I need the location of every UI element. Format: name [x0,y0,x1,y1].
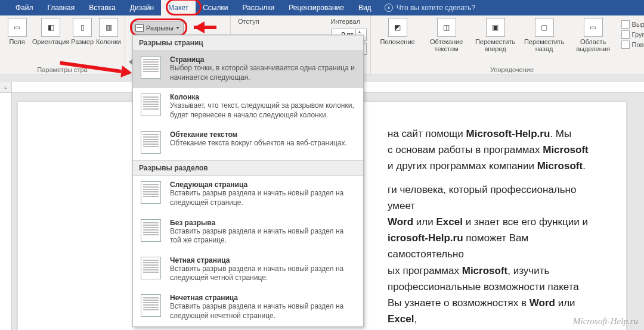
orientation-icon: ◧ [41,18,60,37]
section-breaks-section: Разрывы разделов [133,160,363,176]
nextpage-break-icon [140,180,162,204]
break-continuous-title: Без разрыва [170,219,356,227]
indent-group: Отступ [238,18,259,26]
evenpage-break-icon [140,256,162,280]
spacing-label: Интервал [331,18,367,25]
bring-forward-icon: ▣ [486,18,505,37]
pointer-icon [129,59,132,65]
watermark: Microsoft-Help.ru [573,316,638,326]
selection-icon: ▭ [584,18,603,37]
oddpage-break-icon [140,294,162,317]
group-button[interactable]: Груп [621,30,644,39]
break-odd-item[interactable]: Нечетная страница Вставить разрыв раздел… [133,289,363,326]
send-backward-label: Переместить назад [521,38,568,52]
selection-pane-button[interactable]: ▭ Область выделения [570,18,617,52]
bring-forward-label: Переместить вперед [472,38,519,52]
send-backward-icon: ▢ [535,18,554,37]
rotate-icon [621,41,630,49]
size-icon: ▯ [73,18,92,37]
orientation-button[interactable]: ◧ Ориентация [33,18,69,45]
breaks-split-button[interactable]: Разрывы [132,21,184,35]
tab-references[interactable]: Ссылки [196,0,235,15]
break-page-desc: Выбор точки, в которой заканчивается одн… [170,64,356,82]
page-break-icon [140,55,162,79]
position-button[interactable]: ◩ Положение [374,18,421,45]
break-nextpage-item[interactable]: Следующая страница Вставить разрыв разде… [133,176,363,213]
page-icon: ▭ [8,18,27,37]
break-column-title: Колонка [170,93,356,101]
break-continuous-item[interactable]: Без разрыва Вставить разрыв раздела и на… [133,214,363,251]
tab-design[interactable]: Дизайн [123,0,161,15]
textwrap-break-icon [140,130,162,154]
break-nextpage-desc: Вставить разрыв раздела и начать новый р… [170,189,356,207]
tab-review[interactable]: Рецензирование [281,0,351,15]
margins-label: Поля [10,38,25,45]
rotate-button[interactable]: Пове [621,41,644,49]
wrap-text-label: Обтекание текстом [423,38,470,52]
break-textwrap-title: Обтекание текстом [170,130,347,139]
break-page-item[interactable]: Страница Выбор точки, в которой заканчив… [133,51,363,88]
break-even-title: Четная страница [170,256,356,264]
size-label: Размер [71,38,94,45]
chevron-down-icon [176,27,179,29]
breaks-label: Разрывы [146,24,174,32]
group-icon [621,30,630,39]
orientation-label: Ориентация [32,38,69,45]
size-button[interactable]: ▯ Размер [71,18,94,45]
break-even-desc: Вставить разрыв раздела и начать новый р… [170,264,356,283]
margins-button[interactable]: ▭ Поля [4,18,30,45]
align-button[interactable]: Выр [621,20,644,29]
position-icon: ◩ [388,18,407,37]
breaks-icon [135,24,144,32]
break-column-desc: Указывает, что текст, следующий за разры… [170,101,356,120]
page-breaks-section: Разрывы страниц [133,35,363,51]
tab-insert[interactable]: Вставка [82,0,123,15]
send-backward-button[interactable]: ▢ Переместить назад [521,18,568,52]
columns-icon: ▥ [99,18,118,37]
ruler-corner: L [0,82,12,93]
column-break-icon [140,93,162,117]
align-icon [621,20,630,29]
tab-file[interactable]: Файл [8,0,41,15]
tab-mailings[interactable]: Рассылки [235,0,281,15]
break-textwrap-desc: Обтекание текста вокруг объектов на веб-… [170,139,347,148]
tab-layout[interactable]: Макет [161,0,196,15]
break-page-title: Страница [170,55,356,64]
break-odd-title: Нечетная страница [170,294,356,302]
tab-view[interactable]: Вид [351,0,379,15]
breaks-dropdown: Разрывы страниц Страница Выбор точки, в … [132,35,364,327]
page-setup-group-label: Параметры стра [4,66,121,74]
break-textwrap-item[interactable]: Обтекание текстом Обтекание текста вокру… [133,126,363,160]
lightbulb-icon [385,4,393,12]
tell-me-label: Что вы хотите сделать? [397,4,476,12]
ribbon-tabs: Файл Главная Вставка Дизайн Макет Ссылки… [0,0,644,15]
wrap-text-button[interactable]: ◫ Обтекание текстом [423,18,470,52]
wrap-icon: ◫ [437,18,456,37]
arrange-group-label: Упорядочение [374,66,644,74]
break-odd-desc: Вставить разрыв раздела и начать новый р… [170,302,356,320]
columns-button[interactable]: ▥ Колонки [96,18,121,45]
continuous-break-icon [140,219,162,242]
break-even-item[interactable]: Четная страница Вставить разрыв раздела … [133,251,363,289]
break-nextpage-title: Следующая страница [170,180,356,189]
columns-label: Колонки [96,38,121,45]
break-continuous-desc: Вставить разрыв раздела и начать новый р… [170,227,356,245]
vertical-ruler[interactable] [0,93,12,330]
bring-forward-button[interactable]: ▣ Переместить вперед [472,18,519,52]
tab-home[interactable]: Главная [41,0,82,15]
selection-pane-label: Область выделения [570,38,617,52]
position-label: Положение [380,38,415,45]
indent-label: Отступ [238,18,259,25]
tell-me[interactable]: Что вы хотите сделать? [385,0,476,15]
arrange-small-buttons: Выр Груп Пове [619,18,644,49]
break-column-item[interactable]: Колонка Указывает, что текст, следующий … [133,88,363,126]
